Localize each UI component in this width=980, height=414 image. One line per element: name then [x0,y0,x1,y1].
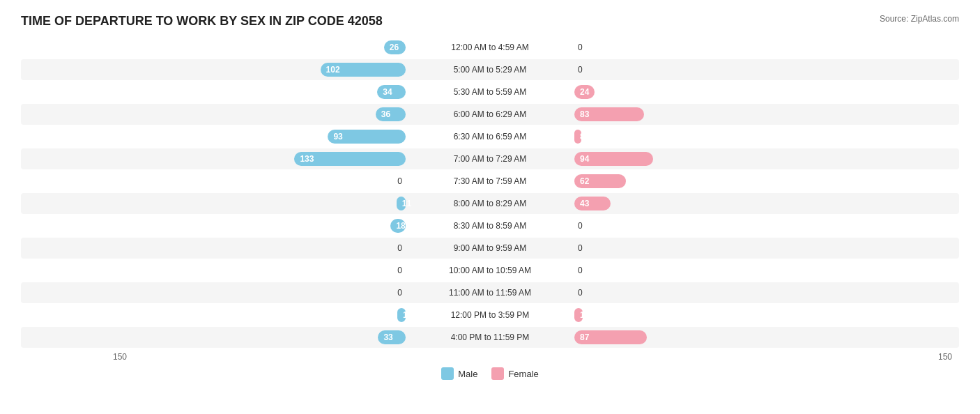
chart-area: 2612:00 AM to 4:59 AM01025:00 AM to 5:29… [21,37,959,348]
female-value-zero: 0 [574,288,586,298]
female-bar: 24 [574,85,595,99]
female-value: 10 [574,310,595,320]
source-label: Source: ZipAtlas.com [880,14,959,24]
chart-row: 07:30 AM to 7:59 AM62 [21,171,959,192]
female-bar: 83 [574,107,644,121]
time-label: 7:00 AM to 7:29 AM [410,154,570,164]
chart-row: 188:30 AM to 8:59 AM0 [21,215,959,236]
time-label: 6:30 AM to 6:59 AM [410,132,570,141]
male-side: 0 [21,288,410,298]
row-inner: 07:30 AM to 7:59 AM62 [21,174,959,188]
male-value: 33 [378,332,398,342]
male-bar: 26 [384,40,406,54]
male-bar: 18 [390,219,406,233]
chart-row: 1025:00 AM to 5:29 AM0 [21,59,959,80]
male-bar: 36 [376,107,406,121]
male-bar: 33 [378,330,406,344]
female-side: 43 [570,197,959,210]
male-value: 102 [321,65,346,75]
row-inner: 366:00 AM to 6:29 AM83 [21,107,959,121]
male-value-zero: 0 [394,176,406,186]
male-value: 93 [328,132,348,141]
female-value: 24 [574,87,595,97]
row-inner: 936:30 AM to 6:59 AM8 [21,130,959,144]
female-side: 8 [570,130,959,144]
male-value: 34 [377,87,397,97]
row-inner: 334:00 PM to 11:59 PM87 [21,330,959,344]
male-side: 34 [21,85,410,99]
male-bar: 102 [321,63,406,77]
male-side: 36 [21,107,410,121]
female-side: 24 [570,85,959,99]
male-side: 18 [21,219,410,233]
row-inner: 1337:00 AM to 7:29 AM94 [21,152,959,166]
male-value: 36 [376,109,396,119]
time-label: 6:00 AM to 6:29 AM [410,109,570,119]
time-label: 5:00 AM to 5:29 AM [410,65,570,75]
female-side: 0 [570,243,959,253]
chart-row: 1337:00 AM to 7:29 AM94 [21,148,959,169]
female-side: 0 [570,65,959,75]
male-bar: 34 [377,85,406,99]
chart-title: TIME OF DEPARTURE TO WORK BY SEX IN ZIP … [21,14,383,29]
male-value: 18 [390,221,411,231]
male-value: 26 [384,43,404,52]
chart-row: 936:30 AM to 6:59 AM8 [21,126,959,147]
male-side: 102 [21,63,410,77]
time-label: 11:00 AM to 11:59 AM [410,288,570,298]
female-value: 8 [574,132,590,141]
female-bar: 62 [574,174,626,188]
female-value: 83 [574,109,595,119]
row-inner: 2612:00 AM to 4:59 AM0 [21,40,959,54]
chart-row: 010:00 AM to 10:59 AM0 [21,260,959,281]
row-inner: 118:00 AM to 8:29 AM43 [21,197,959,210]
legend-male-box [441,367,454,380]
time-label: 8:30 AM to 8:59 AM [410,221,570,231]
chart-row: 334:00 PM to 11:59 PM87 [21,327,959,348]
time-label: 12:00 AM to 4:59 AM [410,43,570,52]
chart-row: 2612:00 AM to 4:59 AM0 [21,37,959,58]
male-value-zero: 0 [394,243,406,253]
row-inner: 345:30 AM to 5:59 AM24 [21,85,959,99]
female-value: 43 [574,199,595,208]
time-label: 8:00 AM to 8:29 AM [410,199,570,208]
male-bar: 10 [397,308,406,322]
male-bar: 11 [397,197,406,210]
time-label: 4:00 PM to 11:59 PM [410,332,570,342]
axis-left: 150 [21,352,132,362]
male-side: 11 [21,197,410,210]
legend-female-box [491,367,504,380]
female-side: 0 [570,43,959,52]
chart-row: 1012:00 PM to 3:59 PM10 [21,305,959,325]
row-inner: 010:00 AM to 10:59 AM0 [21,266,959,275]
male-side: 10 [21,308,410,322]
legend-female: Female [491,367,538,380]
time-label: 9:00 AM to 9:59 AM [410,243,570,253]
female-side: 0 [570,266,959,275]
female-side: 87 [570,330,959,344]
male-side: 33 [21,330,410,344]
female-value-zero: 0 [574,243,586,253]
row-inner: 09:00 AM to 9:59 AM0 [21,243,959,253]
female-value: 94 [574,154,595,164]
female-bar: 87 [574,330,647,344]
female-side: 83 [570,107,959,121]
female-bar: 43 [574,197,611,210]
male-side: 0 [21,266,410,275]
female-value-zero: 0 [574,221,586,231]
female-value: 87 [574,332,595,342]
time-label: 12:00 PM to 3:59 PM [410,310,570,320]
female-bar: 10 [574,308,583,322]
legend-female-label: Female [508,369,538,379]
female-value-zero: 0 [574,43,586,52]
male-side: 133 [21,152,410,166]
female-side: 0 [570,221,959,231]
male-side: 0 [21,243,410,253]
female-side: 94 [570,152,959,166]
female-side: 10 [570,308,959,322]
chart-row: 118:00 AM to 8:29 AM43 [21,193,959,214]
female-value-zero: 0 [574,65,586,75]
male-value-zero: 0 [394,288,406,298]
chart-row: 09:00 AM to 9:59 AM0 [21,238,959,259]
male-value: 133 [294,154,319,164]
